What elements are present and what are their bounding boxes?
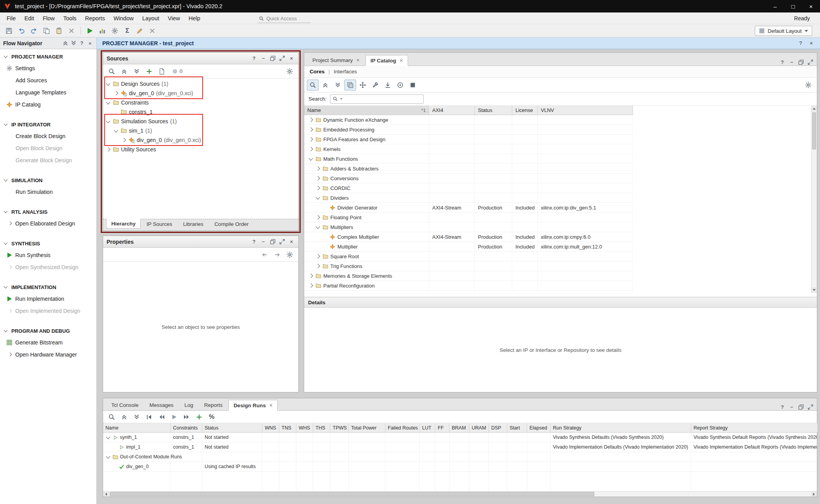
- prevd-button[interactable]: [156, 412, 168, 422]
- flow-item-run-synthesis[interactable]: Run Synthesis: [0, 249, 96, 261]
- tab-compile-order[interactable]: Compile Order: [209, 219, 254, 229]
- wrench-button[interactable]: [369, 80, 381, 91]
- column-header-failed-routes[interactable]: Failed Routes: [385, 423, 420, 432]
- ip-catalog-row-cordic[interactable]: CORDIC: [304, 183, 633, 193]
- collapse-arrow-icon[interactable]: [114, 128, 118, 132]
- column-header-constraints[interactable]: Constraints: [171, 423, 202, 432]
- search-button[interactable]: [106, 66, 118, 77]
- tab-design-runs[interactable]: Design Runs×: [228, 400, 278, 411]
- expand-arrow-icon[interactable]: [316, 166, 320, 170]
- close-x-button[interactable]: [146, 25, 158, 36]
- ip-catalog-row-fpga-features-and-design[interactable]: FPGA Features and Design: [304, 135, 633, 144]
- collapse-arrow-icon[interactable]: [106, 100, 110, 104]
- ip-search-input[interactable]: [330, 94, 424, 104]
- flow-item-generate-block-design[interactable]: Generate Block Design: [0, 154, 96, 166]
- collapse-panel-icon[interactable]: «: [87, 40, 93, 46]
- sources-tree-item-div-gen-0[interactable]: div_gen_0(div_gen_0.xci): [103, 135, 298, 145]
- menu-view[interactable]: View: [164, 12, 184, 24]
- minimize-icon[interactable]: −: [260, 238, 267, 245]
- flow-section-header-simulation[interactable]: SIMULATION: [0, 175, 96, 186]
- scroll-down-button[interactable]: [811, 287, 817, 293]
- collapse-arrow-icon[interactable]: [106, 119, 110, 123]
- pencil-button[interactable]: [134, 25, 146, 36]
- ip-catalog-row-partial-reconfiguration[interactable]: Partial Reconfiguration: [304, 281, 633, 291]
- expand-arrow-icon[interactable]: [308, 147, 313, 151]
- menu-window[interactable]: Window: [109, 12, 138, 24]
- ip-catalog-row-floating-point[interactable]: Floating Point: [304, 213, 633, 222]
- ip-catalog-row-divider-generator[interactable]: Divider GeneratorAXI4-StreamProductionIn…: [304, 203, 633, 213]
- ip-catalog-row-conversions[interactable]: Conversions: [304, 174, 633, 183]
- column-header-tns[interactable]: TNS: [279, 423, 296, 432]
- column-header-wns[interactable]: WNS: [262, 423, 279, 432]
- flow-item-open-synthesized-design[interactable]: Open Synthesized Design: [0, 261, 96, 273]
- design-run-row-impl-1[interactable]: impl_1constrs_1Not startedVivado Impleme…: [103, 442, 817, 452]
- collapse-all-button[interactable]: [118, 66, 130, 77]
- menu-edit[interactable]: Edit: [20, 12, 38, 24]
- sources-tree-item-constrs-1[interactable]: constrs_1: [103, 107, 298, 117]
- forward-arrow-button[interactable]: [271, 249, 283, 260]
- expand-all-button[interactable]: [131, 412, 143, 422]
- help-icon[interactable]: ?: [78, 40, 85, 46]
- flow-section-header-ip-integrator[interactable]: IP INTEGRATOR: [0, 119, 96, 130]
- flow-section-header-rtl-analysis[interactable]: RTL ANALYSIS: [0, 206, 96, 217]
- expand-arrow-icon[interactable]: [316, 186, 320, 190]
- chart-button[interactable]: [96, 25, 108, 36]
- layout-selector[interactable]: Default Layout: [755, 26, 812, 36]
- column-header-name[interactable]: Name: [103, 423, 171, 432]
- column-header-axi4[interactable]: AXI4: [429, 106, 475, 115]
- menu-layout[interactable]: Layout: [138, 12, 164, 24]
- menu-flow[interactable]: Flow: [38, 12, 59, 24]
- expand-arrow-icon[interactable]: [316, 215, 320, 219]
- h-scrollbar-track[interactable]: [109, 492, 811, 497]
- plus-button[interactable]: [143, 66, 155, 77]
- column-header-bram[interactable]: BRAM: [449, 423, 469, 432]
- tab-log[interactable]: Log: [179, 399, 198, 410]
- collapse-all-button[interactable]: [319, 80, 331, 91]
- move-button[interactable]: [357, 80, 369, 91]
- sources-tree-item-div-gen-0[interactable]: div_gen_0(div_gen_0.xci): [103, 89, 298, 98]
- sources-tree-item-design-sources[interactable]: Design Sources(1): [103, 79, 298, 89]
- ip-catalog-settings-gear-button[interactable]: [802, 80, 814, 91]
- float-icon[interactable]: [798, 59, 804, 66]
- expand-arrow-icon[interactable]: [114, 91, 118, 95]
- flow-section-header-project-manager[interactable]: PROJECT MANAGER: [0, 51, 96, 62]
- column-header-report-strategy[interactable]: Report Strategy: [691, 423, 818, 432]
- flow-item-run-simulation[interactable]: Run Simulation: [0, 186, 96, 198]
- tab-messages[interactable]: Messages: [144, 399, 179, 410]
- scroll-up-button[interactable]: [811, 106, 817, 112]
- flow-item-settings[interactable]: Settings: [0, 62, 96, 74]
- column-header-license[interactable]: License: [512, 106, 538, 115]
- ip-catalog-row-square-root[interactable]: Square Root: [304, 252, 633, 261]
- sources-tree-item-sim-1[interactable]: sim_1(1): [103, 126, 298, 135]
- paste-button[interactable]: [53, 25, 65, 36]
- back-arrow-button[interactable]: [259, 249, 271, 260]
- flow-item-open-block-design[interactable]: Open Block Design: [0, 142, 96, 154]
- ip-catalog-row-embedded-processing[interactable]: Embedded Processing: [304, 125, 633, 135]
- column-header-uram[interactable]: URAM: [469, 423, 489, 432]
- help-icon[interactable]: ?: [251, 55, 257, 62]
- column-header-vlnv[interactable]: VLNV: [538, 106, 633, 115]
- close-tab-icon[interactable]: ×: [269, 402, 273, 408]
- ip-catalog-row-trig-functions[interactable]: Trig Functions: [304, 261, 633, 271]
- close-icon[interactable]: ×: [808, 40, 815, 46]
- menu-file[interactable]: File: [2, 12, 20, 24]
- column-header-run-strategy[interactable]: Run Strategy: [551, 423, 691, 432]
- collapse-arrow-icon[interactable]: [106, 81, 110, 85]
- flow-section-header-implementation[interactable]: IMPLEMENTATION: [0, 282, 96, 293]
- column-header-whs[interactable]: WHS: [296, 423, 313, 432]
- column-header-total-power[interactable]: Total Power: [349, 423, 385, 432]
- design-run-row-out-of-context-module-runs[interactable]: Out-of-Context Module Runs: [103, 452, 817, 462]
- scroll-left-button[interactable]: [103, 492, 109, 497]
- percent-button[interactable]: %: [206, 412, 217, 422]
- properties-settings-gear-button[interactable]: [284, 249, 296, 260]
- sources-settings-gear-button[interactable]: [284, 66, 296, 77]
- minimize-icon[interactable]: −: [788, 59, 795, 66]
- save-button[interactable]: [3, 25, 15, 36]
- help-icon[interactable]: ?: [779, 404, 786, 410]
- redo-button[interactable]: [28, 25, 40, 36]
- ip-catalog-row-memories-storage-elements[interactable]: Memories & Storage Elements: [304, 271, 633, 281]
- flow-section-header-synthesis[interactable]: SYNTHESIS: [0, 238, 96, 249]
- column-header-status[interactable]: Status: [202, 423, 262, 432]
- expand-arrow-icon[interactable]: [308, 283, 313, 287]
- ip-catalog-row-multipliers[interactable]: Multipliers: [304, 222, 633, 232]
